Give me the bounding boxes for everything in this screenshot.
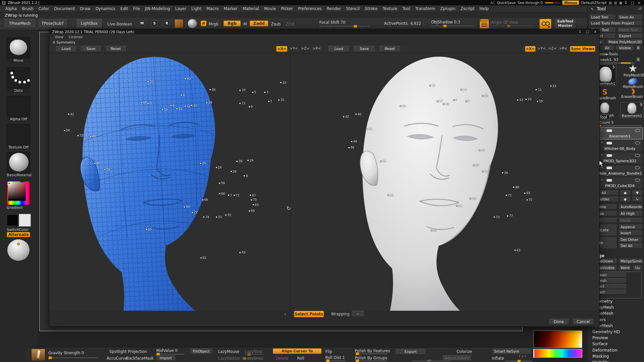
point-marker[interactable]: 27 <box>437 100 443 103</box>
point-marker[interactable]: 31 <box>278 98 284 102</box>
del-all-button[interactable]: Del All <box>619 243 643 248</box>
subtool-brush-toggle[interactable] <box>606 129 612 132</box>
current-material-thumbnail[interactable] <box>188 19 197 28</box>
menu-item[interactable]: Document <box>54 6 75 11</box>
collapse-icon[interactable]: ↖ <box>591 7 594 11</box>
spotlight-projection-toggle[interactable]: Spotlight Projection <box>109 349 147 354</box>
point-marker[interactable]: 36 <box>209 88 215 92</box>
point-marker[interactable]: 11 <box>535 88 541 92</box>
quicksave-button[interactable]: QuickSave <box>497 1 516 5</box>
menus-toggle[interactable]: Menus <box>562 0 579 5</box>
default-zscript-button[interactable]: DefaultZScript <box>581 1 607 5</box>
menu-item[interactable]: Edit <box>120 6 128 11</box>
lazystep-slider[interactable] <box>245 354 264 355</box>
history-icon[interactable]: ↺ <box>638 6 641 11</box>
polish-by-groups-slider[interactable] <box>355 360 387 361</box>
menu-item[interactable]: Brush <box>22 6 34 11</box>
zwrap-close-icon[interactable]: × <box>594 30 597 34</box>
texture-slot[interactable]: Texture Off <box>7 124 30 150</box>
tool-section-header[interactable]: Preview <box>587 336 644 342</box>
point-marker[interactable]: 40 <box>431 229 437 232</box>
spectrum-gradient-swatch[interactable] <box>533 349 582 358</box>
align-cursor-to-surface-toggle[interactable]: Align Cursor To Surface <box>273 348 322 354</box>
menu-item[interactable]: Material <box>243 6 259 11</box>
del-other-button[interactable]: Del Other <box>619 237 643 242</box>
menu-item[interactable]: Help <box>480 6 489 11</box>
subtool-expand-icon[interactable]: ▾ <box>601 153 603 157</box>
zwrap-menu-license[interactable]: License <box>69 35 83 39</box>
menu-item[interactable]: File <box>133 6 140 11</box>
load-tools-from-project-button[interactable]: Load Tools From Project <box>589 21 643 26</box>
point-marker[interactable]: 26 <box>502 171 508 175</box>
target-mesh-view[interactable]: 1214361133302749941310194240484446561820… <box>290 53 599 311</box>
point-marker[interactable]: 9 <box>170 104 174 107</box>
menu-item[interactable]: Light <box>192 6 202 11</box>
tool-section-header[interactable]: Geometry HD <box>587 329 644 336</box>
zwrap-restore-icon[interactable]: □ <box>586 30 589 34</box>
gravity-strength-slider[interactable] <box>48 357 99 358</box>
accucurve-toggle[interactable]: AccuCurve <box>107 356 127 361</box>
polish-by-features-label[interactable]: Polish By Features <box>355 349 390 353</box>
paste-tool-button[interactable]: Paste Tool <box>617 27 643 33</box>
subtool-updown-icon[interactable]: ◆ <box>620 190 631 195</box>
point-marker[interactable]: 73 <box>493 216 499 219</box>
zwrap-snapp-left-toggle[interactable]: >P< <box>312 46 322 52</box>
point-marker[interactable]: 29 <box>247 159 253 162</box>
point-marker[interactable]: 13 <box>517 98 523 102</box>
menu-item[interactable]: Color <box>39 6 49 11</box>
menu-item[interactable]: Render <box>327 6 341 11</box>
point-marker[interactable]: 33 <box>550 84 556 88</box>
prev-step-arrow[interactable]: ‹ <box>284 311 286 317</box>
backfacemask-toggle[interactable]: BackfaceMask <box>126 356 154 361</box>
tool-section-header[interactable]: Deformation <box>587 348 644 354</box>
shelf-scrollbar[interactable] <box>412 360 451 362</box>
point-marker[interactable]: 56 <box>380 160 386 163</box>
point-marker[interactable]: 30 <box>400 105 406 108</box>
focal-shift-slider[interactable] <box>319 26 370 27</box>
point-marker[interactable]: 10 <box>525 98 531 101</box>
subtool-brush-toggle[interactable] <box>606 167 612 169</box>
mergesimilar-button[interactable]: MergeSimilar <box>619 259 643 264</box>
point-marker[interactable]: 63 <box>253 203 259 206</box>
zwrap-menu-view[interactable]: View <box>55 35 63 39</box>
alpha-slot[interactable]: Alpha Off <box>7 96 30 122</box>
point-marker[interactable]: 75 <box>526 198 532 201</box>
point-marker[interactable]: 12 <box>429 84 435 87</box>
point-marker[interactable]: 4 <box>453 98 458 102</box>
gravity-brush-icon[interactable] <box>31 349 45 361</box>
midvalue-label[interactable]: MidValue 0 <box>156 348 177 353</box>
next-step-button[interactable]: › <box>351 311 365 317</box>
tool-section-header[interactable]: Masking <box>587 354 644 360</box>
point-marker[interactable]: 0 <box>147 102 152 105</box>
point-marker[interactable]: 56 <box>104 168 110 171</box>
stroke-slot[interactable]: Dots <box>7 67 30 93</box>
zwrap-save-left-button[interactable]: Save <box>80 46 102 52</box>
point-marker[interactable]: 3 <box>264 90 268 94</box>
zwrap-snapz-left-toggle[interactable]: >Z< <box>300 46 310 52</box>
lazysnap-label[interactable]: LazySnap <box>245 356 263 361</box>
delete-label[interactable]: Delete <box>276 356 288 361</box>
point-marker[interactable]: 22 <box>192 210 198 214</box>
polish-by-groups-label[interactable]: Polish By Groups <box>355 356 387 360</box>
wrapping-tab[interactable]: Wrapping <box>331 312 350 316</box>
lazyradius-label[interactable]: LazyRadius <box>218 356 240 361</box>
point-marker[interactable]: 26 <box>230 170 236 173</box>
angle-of-view-label[interactable]: Angle Of View <box>491 20 518 25</box>
focal-shift-label[interactable]: Focal Shift 70 <box>319 20 345 25</box>
make-polymesh3d-button[interactable]: Make PolyMesh3D <box>606 40 643 45</box>
menu-item[interactable]: Picker <box>281 6 293 11</box>
minimize-button[interactable]: ↧ <box>624 1 627 5</box>
point-marker[interactable]: 24 <box>216 166 222 169</box>
point-marker[interactable]: 58 <box>387 194 393 197</box>
gradient-color-picker[interactable] <box>7 181 30 205</box>
point-marker[interactable]: 66 <box>470 197 476 200</box>
subtool-brush-toggle[interactable] <box>606 142 612 144</box>
subtool-visibility-eye-icon[interactable] <box>635 166 640 169</box>
fillobject-button[interactable]: FillObject <box>190 349 213 354</box>
point-marker[interactable]: 94 <box>443 103 449 106</box>
tool-slot-alphabrush[interactable]: AlphaBrush <box>622 78 644 88</box>
point-marker[interactable]: 62 <box>200 256 206 259</box>
see-through-slider[interactable] <box>545 2 560 4</box>
point-marker[interactable]: 19 <box>537 100 543 103</box>
brush-slot[interactable]: Move <box>7 37 30 63</box>
